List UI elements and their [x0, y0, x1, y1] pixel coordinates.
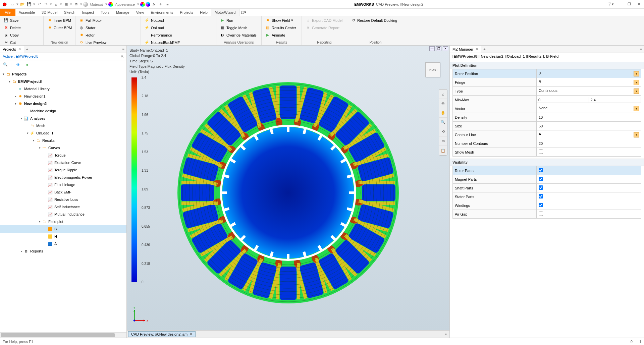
menu-manage[interactable]: Manage	[113, 9, 133, 16]
clipboard-icon[interactable]: 📋	[439, 146, 447, 155]
view-cube[interactable]: FRONT	[425, 62, 440, 77]
mz-add-tab-icon[interactable]: +	[481, 47, 487, 51]
rotor-button[interactable]: ✹Rotor	[77, 32, 109, 39]
copy-button[interactable]: ⎘Copy	[2, 32, 22, 39]
material-label[interactable]: Material	[90, 2, 103, 6]
showmesh-checkbox[interactable]	[539, 150, 543, 154]
live-preview-button[interactable]: ⟳Live Preview	[77, 39, 109, 46]
animate-button[interactable]: ▶Animate	[264, 32, 298, 39]
menu-3dmodel[interactable]: 3D Model	[38, 9, 61, 16]
menu-motorwizard[interactable]: MotorWizard	[211, 9, 239, 16]
new-file-icon[interactable]: ▭	[9, 1, 15, 7]
noload-button[interactable]: ⚡NoLoad	[143, 17, 181, 24]
menu-projects[interactable]: Projects	[177, 9, 197, 16]
equals-icon[interactable]: ≡	[164, 1, 170, 7]
projects-tab[interactable]: Projects✕	[0, 46, 24, 53]
play-icon[interactable]: ●	[24, 62, 30, 67]
home-icon[interactable]: ⌂	[53, 1, 59, 7]
measure-icon[interactable]: ⧉	[73, 1, 79, 7]
fringe-select[interactable]: B▾	[537, 78, 641, 87]
restore-icon[interactable]: ❐	[626, 1, 633, 8]
vp-tab-close-icon[interactable]: ✕	[190, 332, 193, 336]
project-tree[interactable]: ▾🗀Projects ▾🗀EMWProject8 ≡Material Libra…	[0, 69, 126, 332]
material-sphere-icon[interactable]	[83, 2, 88, 7]
mz-menu-icon[interactable]: ≡	[638, 47, 644, 51]
open-icon[interactable]: 📂	[19, 1, 25, 7]
stator-button[interactable]: ◎Stator	[77, 24, 109, 31]
rotor-vis-checkbox[interactable]	[539, 168, 543, 172]
undo-icon[interactable]: ↶	[36, 1, 42, 7]
vector-select[interactable]: None▾	[537, 104, 641, 113]
eye-icon[interactable]: 👁	[16, 62, 21, 67]
color-icon[interactable]	[140, 2, 145, 7]
show-field-button[interactable]: ✹Show Field ▾	[264, 17, 298, 24]
menu-inspect[interactable]: Inspect	[79, 9, 97, 16]
horizontal-scrollbar[interactable]	[0, 332, 126, 338]
generate-report-button[interactable]: 🗎Generate Report	[304, 24, 344, 31]
menu-overflow-icon[interactable]: ▢▾	[239, 9, 247, 16]
mz-manager-tab[interactable]: MZ Manager✕	[450, 46, 481, 53]
appearance-ball-icon[interactable]	[108, 2, 113, 7]
airgap-vis-checkbox[interactable]	[539, 212, 543, 216]
ncontours-input[interactable]	[539, 141, 639, 146]
fx-icon[interactable]: fx	[151, 1, 157, 7]
cut-button[interactable]: ✂Cut	[2, 39, 22, 46]
max-input[interactable]	[589, 97, 641, 103]
save-button[interactable]: 💾Save	[2, 17, 22, 24]
menu-view[interactable]: View	[133, 9, 148, 16]
plus-icon[interactable]: ✚	[158, 1, 164, 7]
menu-tools[interactable]: Tools	[97, 9, 113, 16]
close-tab-icon[interactable]: ✕	[18, 47, 21, 51]
mz-close-icon[interactable]: ✕	[475, 47, 478, 51]
search-icon[interactable]: 🔍	[3, 62, 8, 67]
viewport[interactable]: — ❐ ✕ Study Name:OnLoad_1 Global Range:0…	[127, 46, 449, 330]
magnet-vis-checkbox[interactable]	[539, 177, 543, 181]
vp-restore-icon[interactable]: ❐	[436, 46, 441, 51]
rotate-icon[interactable]: ⟲	[439, 127, 447, 136]
delete-button[interactable]: ✖Delete	[2, 24, 22, 31]
rotor-position-select[interactable]: 0▾	[537, 69, 641, 78]
home-view-icon[interactable]: ⌂	[439, 90, 447, 99]
full-motor-button[interactable]: ◉Full Motor	[77, 17, 109, 24]
onload-button[interactable]: ⚡OnLoad	[143, 24, 181, 31]
redo-icon[interactable]: ↷	[43, 1, 49, 7]
menu-file[interactable]: File	[0, 9, 15, 16]
inner-bpm-button[interactable]: ✹Inner BPM	[46, 17, 73, 24]
pan-icon[interactable]: ✋	[439, 108, 447, 118]
save-icon[interactable]: 💾	[26, 1, 32, 7]
add-tab-icon[interactable]: +	[24, 47, 30, 51]
outer-bpm-button[interactable]: ✹Outer BPM	[46, 24, 73, 31]
restore-docking-button[interactable]: ⟲Restore Default Docking	[349, 17, 398, 24]
size-input[interactable]	[539, 124, 639, 128]
orbit-icon[interactable]: ◎	[439, 99, 447, 108]
menu-assemble[interactable]: Assemble	[15, 9, 38, 16]
help-icon[interactable]: ❔▾	[607, 1, 614, 8]
viewport-tab[interactable]: CAD Preview: #0New design2.iam✕	[128, 331, 196, 337]
minimize-icon[interactable]: —	[616, 1, 623, 8]
results-center-button[interactable]: ▤Results Center	[264, 24, 298, 31]
component-icon[interactable]: ▦	[63, 1, 69, 7]
density-input[interactable]	[539, 115, 639, 119]
menu-sketch[interactable]: Sketch	[61, 9, 79, 16]
pin-icon[interactable]: ⇱	[121, 54, 124, 59]
vp-tab-menu-icon[interactable]: ≡	[442, 332, 449, 336]
type-select[interactable]: Continuous▾	[537, 87, 641, 96]
zoom-icon[interactable]: 🔍	[439, 118, 447, 127]
performance-button[interactable]: Performance	[143, 32, 181, 39]
menu-environments[interactable]: Environments	[147, 9, 176, 16]
vp-close-icon[interactable]: ✕	[443, 46, 448, 51]
noloadbackemf-button[interactable]: ⚡NoLoadBackEMF	[143, 39, 181, 46]
shaft-vis-checkbox[interactable]	[539, 185, 543, 190]
vp-minimize-icon[interactable]: —	[429, 46, 435, 51]
override-materials-button[interactable]: ◐Override Materials	[218, 32, 258, 39]
stator-vis-checkbox[interactable]	[539, 194, 543, 198]
windings-vis-checkbox[interactable]	[539, 203, 543, 207]
toggle-mesh-button[interactable]: ▦Toggle Mesh	[218, 24, 258, 31]
panel-menu-icon[interactable]: ≡	[120, 47, 126, 51]
color2-icon[interactable]	[146, 2, 150, 7]
min-input[interactable]	[537, 97, 589, 103]
contour-select[interactable]: A▾	[537, 130, 641, 139]
lookat-icon[interactable]: ▭	[439, 136, 447, 146]
run-button[interactable]: ▶Run	[218, 17, 258, 24]
close-icon[interactable]: ✕	[635, 1, 642, 8]
